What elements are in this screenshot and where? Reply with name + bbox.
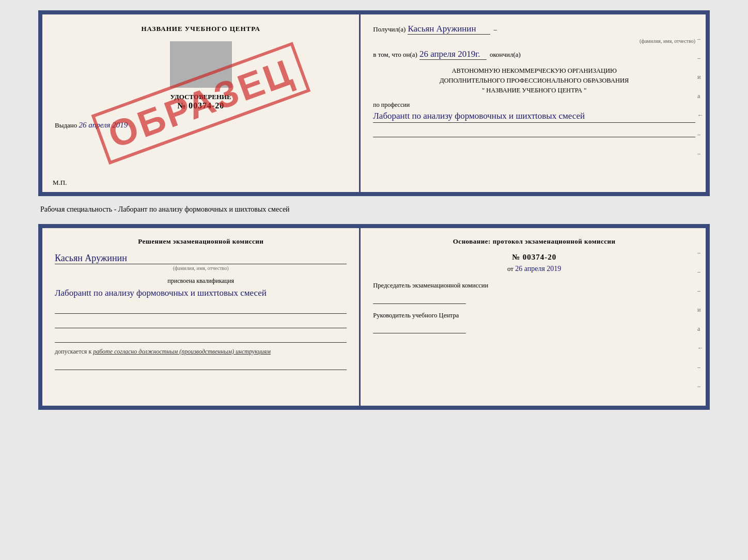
cert-label: УДОСТОВЕРЕНИЕ	[55, 93, 347, 101]
document-container: НАЗВАНИЕ УЧЕБНОГО ЦЕНТРА УДОСТОВЕРЕНИЕ №…	[38, 10, 710, 410]
profession-value: Лаборанtt по анализу формовочных и шихтt…	[373, 110, 695, 123]
profession-label: по профессии	[373, 101, 695, 109]
received-name-sub: (фамилия, имя, отчество)	[640, 38, 695, 44]
underline-1	[373, 127, 695, 137]
допускается-value: работе согласно должностным (производств…	[93, 348, 271, 355]
rukovoditel-sign-line	[373, 323, 466, 333]
protocol-num: 00374-20	[523, 253, 557, 261]
specialty-label: Рабочая специальность - Лаборант по анал…	[38, 205, 290, 214]
org-line2: ДОПОЛНИТЕЛЬНОГО ПРОФЕССИОНАЛЬНОГО ОБРАЗО…	[373, 76, 695, 86]
top-certificate-book: НАЗВАНИЕ УЧЕБНОГО ЦЕНТРА УДОСТОВЕРЕНИЕ №…	[38, 10, 710, 196]
top-cert-right-page: Получил(а) Касьян Аружинин – (фамилия, и…	[361, 14, 706, 192]
completion-date: 26 апреля 2019г.	[419, 49, 487, 60]
decision-title: Решением экзаменационной комиссии	[55, 237, 347, 246]
bottom-side-dashes: – – – и а ← – –	[697, 249, 704, 390]
допускается-row: допускается к работе согласно должностны…	[55, 348, 347, 356]
cert-number-prefix: №	[177, 101, 186, 110]
protocol-date-value: 26 апреля 2019	[515, 265, 561, 273]
bottom-underline-2	[55, 318, 347, 328]
issued-date: 26 апреля 2019	[79, 121, 128, 129]
qualification-label: присвоена квалификация	[55, 277, 347, 285]
bottom-certificate-book: Решением экзаменационной комиссии Касьян…	[38, 224, 710, 410]
top-cert-left-page: НАЗВАНИЕ УЧЕБНОГО ЦЕНТРА УДОСТОВЕРЕНИЕ №…	[42, 14, 361, 192]
date-prefix: от	[507, 265, 513, 273]
rukovoditel-label: Руководитель учебного Центра	[373, 311, 695, 321]
chairman-sign-line	[373, 294, 466, 304]
cert-number: № 00374-20	[55, 101, 347, 110]
cert-number-value: 00374-20	[189, 101, 224, 110]
org-line1: АВТОНОМНУЮ НЕКОММЕРЧЕСКУЮ ОРГАНИЗАЦИЮ	[373, 66, 695, 76]
mp-label: М.П.	[53, 179, 67, 187]
bottom-underline-1	[55, 303, 347, 314]
bottom-cert-left-page: Решением экзаменационной комиссии Касьян…	[42, 228, 361, 406]
org-name: " НАЗВАНИЕ УЧЕБНОГО ЦЕНТРА "	[373, 86, 695, 95]
cert-number-box: УДОСТОВЕРЕНИЕ № 00374-20	[55, 93, 347, 110]
bottom-underline-4	[55, 360, 347, 370]
top-cert-title: НАЗВАНИЕ УЧЕБНОГО ЦЕНТРА	[55, 25, 347, 33]
received-line: Получил(а) Касьян Аружинин –	[373, 24, 695, 35]
qualification-value: Лаборанtt по анализу формовочных и шихтt…	[55, 287, 347, 299]
protocol-num-row: № 00374-20	[373, 253, 695, 262]
in-that-line: в том, что он(а) 26 апреля 2019г. окончи…	[373, 49, 695, 60]
protocol-num-prefix: №	[512, 253, 520, 261]
bottom-cert-right-page: Основание: протокол экзаменационной коми…	[361, 228, 706, 406]
chairman-label: Председатель экзаменационной комиссии	[373, 281, 695, 291]
bottom-underline-3	[55, 332, 347, 343]
cert-issued-row: Выдано 26 апреля 2019	[55, 121, 347, 130]
org-info: АВТОНОМНУЮ НЕКОММЕРЧЕСКУЮ ОРГАНИЗАЦИЮ ДО…	[373, 66, 695, 95]
bottom-name-sub: (фамилия, имя, отчество)	[55, 265, 347, 271]
basis-title: Основание: протокол экзаменационной коми…	[373, 237, 695, 246]
issued-prefix: Выдано	[55, 121, 77, 129]
допускается-prefix: допускается к	[55, 348, 91, 355]
received-label: Получил(а)	[373, 25, 406, 34]
completed-label: окончил(а)	[490, 51, 521, 59]
photo-placeholder	[170, 41, 232, 88]
in-that-label: в том, что он(а)	[373, 51, 417, 59]
received-name: Касьян Аружинин	[408, 24, 490, 35]
protocol-date-row: от 26 апреля 2019	[373, 265, 695, 273]
side-dashes: – – и а ← – –	[697, 35, 704, 157]
bottom-name: Касьян Аружинин	[55, 253, 347, 264]
